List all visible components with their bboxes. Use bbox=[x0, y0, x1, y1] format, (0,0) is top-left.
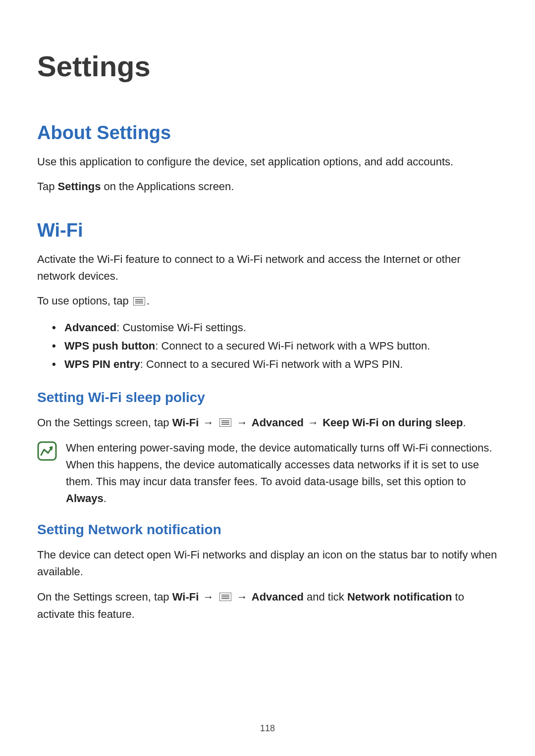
network-notification-path: On the Settings screen, tap Wi-Fi → → Ad… bbox=[37, 589, 498, 623]
note-text: When entering power-saving mode, the dev… bbox=[66, 440, 498, 507]
path-network-notification: Network notification bbox=[347, 591, 452, 603]
wifi-heading: Wi-Fi bbox=[37, 220, 498, 241]
list-item: WPS push button: Connect to a secured Wi… bbox=[52, 337, 498, 355]
menu-icon bbox=[219, 415, 231, 432]
network-notification-heading: Setting Network notification bbox=[37, 522, 498, 538]
network-mid: and tick bbox=[304, 591, 347, 603]
sleep-prefix: On the Settings screen, tap bbox=[37, 416, 172, 429]
sleep-policy-heading: Setting Wi-Fi sleep policy bbox=[37, 390, 498, 405]
path-advanced: Advanced bbox=[252, 416, 304, 429]
about-settings-label: Settings bbox=[58, 180, 101, 193]
list-item: Advanced: Customise Wi-Fi settings. bbox=[52, 318, 498, 337]
option-desc: : Customise Wi-Fi settings. bbox=[116, 321, 246, 334]
list-item: WPS PIN entry: Connect to a secured Wi-F… bbox=[52, 355, 498, 373]
arrow-icon: → bbox=[199, 591, 217, 603]
arrow-icon: → bbox=[304, 416, 322, 429]
menu-icon bbox=[133, 294, 145, 310]
wifi-options-line: To use options, tap . bbox=[37, 293, 498, 310]
sleep-policy-path: On the Settings screen, tap Wi-Fi → → Ad… bbox=[37, 414, 498, 432]
network-prefix: On the Settings screen, tap bbox=[37, 591, 172, 603]
option-label: WPS push button bbox=[64, 340, 155, 352]
arrow-icon: → bbox=[233, 416, 252, 429]
arrow-icon: → bbox=[199, 416, 217, 429]
note-part2: . bbox=[104, 492, 107, 504]
page-title: Settings bbox=[37, 50, 498, 83]
about-line2-suffix: on the Applications screen. bbox=[101, 180, 234, 193]
menu-icon bbox=[219, 589, 231, 606]
page-number: 118 bbox=[0, 723, 535, 734]
note-part1: When entering power-saving mode, the dev… bbox=[66, 442, 492, 488]
path-wifi: Wi-Fi bbox=[172, 591, 199, 603]
wifi-options-suffix: . bbox=[147, 295, 150, 307]
path-keep-wifi: Keep Wi-Fi on during sleep bbox=[322, 416, 463, 429]
path-wifi: Wi-Fi bbox=[172, 416, 199, 429]
note-always: Always bbox=[66, 492, 104, 504]
note-icon bbox=[37, 441, 57, 463]
option-label: WPS PIN entry bbox=[64, 358, 140, 370]
option-desc: : Connect to a secured Wi-Fi network wit… bbox=[155, 340, 430, 352]
sleep-suffix: . bbox=[463, 416, 466, 429]
option-label: Advanced bbox=[64, 321, 116, 334]
wifi-options-prefix: To use options, tap bbox=[37, 295, 132, 307]
note-box: When entering power-saving mode, the dev… bbox=[37, 440, 498, 507]
path-advanced: Advanced bbox=[252, 591, 304, 603]
about-text-1: Use this application to configure the de… bbox=[37, 153, 498, 170]
svg-rect-8 bbox=[38, 442, 56, 460]
network-notification-intro: The device can detect open Wi-Fi network… bbox=[37, 547, 498, 580]
arrow-icon: → bbox=[233, 591, 252, 603]
option-desc: : Connect to a secured Wi-Fi network wit… bbox=[140, 358, 403, 370]
about-line2-prefix: Tap bbox=[37, 180, 58, 193]
about-text-2: Tap Settings on the Applications screen. bbox=[37, 178, 498, 195]
wifi-intro: Activate the Wi-Fi feature to connect to… bbox=[37, 251, 498, 285]
wifi-options-list: Advanced: Customise Wi-Fi settings. WPS … bbox=[37, 318, 498, 374]
about-settings-heading: About Settings bbox=[37, 122, 498, 144]
